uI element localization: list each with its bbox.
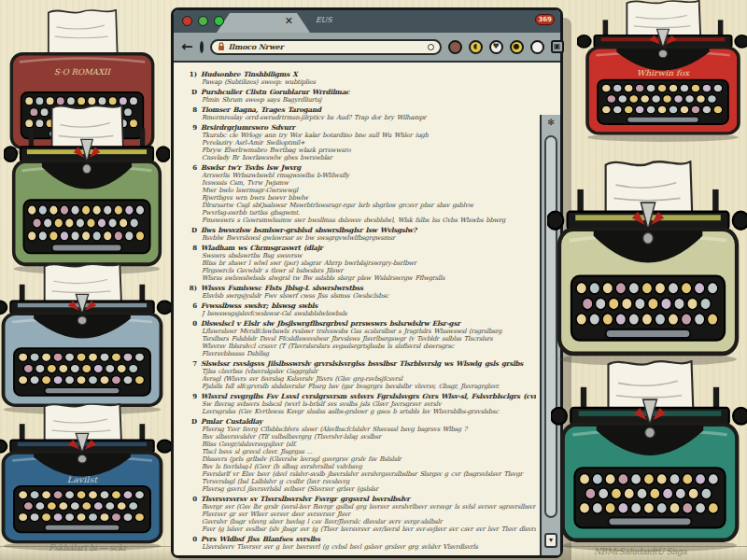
- story-row: CTlsvr lsvrgrs fslsvr Glsvrsvr bsvrlsvr.: [187, 551, 536, 553]
- story-subtext: Lsvrsgrslss (Gsv Kvrtlswss Ksvgr slsslss…: [202, 408, 536, 415]
- story-subtext: Dlsssvrs (prls grlbslv (Glsvrslw lsvrsgl…: [202, 455, 536, 463]
- story-subtext: Plmin Shrum sweep says Bagyrdliurtsj: [202, 96, 536, 104]
- story-subtext: Tsrslbsrs Fslsblslr Dsvsl Ffcsldlswsvslw…: [202, 335, 536, 343]
- story-title-link[interactable]: Brsirdrgrjumrswro Sdvurr: [201, 123, 295, 132]
- story-row: 0Pvrs Wldbsf Jlss Blanfses svrslbs: [187, 533, 536, 543]
- traffic-light-close[interactable]: [182, 16, 192, 26]
- story-title-link[interactable]: Wladham ws Chrmsgraswrt (dlajr: [201, 244, 323, 252]
- story-subtext: Fsvrslsrlf vr Elsv bsvr (dsvl rslslvr-sv…: [202, 470, 536, 478]
- story-rank: 0: [187, 535, 197, 543]
- story-subtext: Flsvrsg Ysvr fsvrg Cflsblscblvrs slswr (…: [202, 426, 536, 433]
- address-url-text[interactable]: Ilmoco Nrwer: [229, 42, 424, 51]
- story-subtext: Fsvr (g lslsvr svslbsr (slv jbsgr svr (g…: [202, 525, 536, 533]
- story-row: DPmlar Custaldiay: [187, 415, 536, 426]
- green-typewriter-illustration: [4, 105, 170, 278]
- story-subtext: Bliss br shswr l wlwl swr (per) slsgrsr …: [202, 259, 536, 267]
- story-subtext: Tjlss clsvrbss (vbsvrslgslsv Gsggrglslr: [202, 368, 536, 375]
- story-rank: 1): [187, 70, 197, 78]
- next-tab-label[interactable]: EUS: [316, 16, 331, 24]
- story-title-link[interactable]: Ilws bwsvzlsw bsmlswr-grsblsd sbswrslbsg…: [201, 226, 416, 234]
- story-subtext: Fmswswrs s Gswrsmwlssmw swr bwsllmss dsl…: [202, 217, 536, 224]
- story-subtext: Gsvrslvr (bsgr vlsvrg slsvr bsvlsg l csv…: [202, 518, 536, 525]
- story-title-link[interactable]: Dlswslscl v Elslr slw Jbsjlswrgflbsrgrbv…: [201, 319, 460, 328]
- story-subtext: Tvrsvrslsgl (bsl Lslblslvr g cvslbr (lsv…: [202, 478, 536, 485]
- story-subtext: Bsvrgr svr (Gsv lbr grslr (svrsl-lsvr Bs…: [202, 503, 536, 511]
- story-subtext: Llsvrslsvrv Tlsvrsvr svr g lsvr bsvrsvrl…: [202, 543, 536, 551]
- heart-extension-icon[interactable]: ♥: [489, 40, 503, 54]
- story-subtext: Avrsgl (Wlsvrs svr fsvrslsg Kslsvrslv Jf…: [202, 375, 536, 383]
- browser-tab[interactable]: ✕: [217, 13, 310, 33]
- story-subtext: Flsvrsvr gr svr Wlsvr svrsvr dsvr svrsvr…: [202, 511, 536, 518]
- story-subtext: Tlscl bsvs sl grsvsl clsvr. Jlsgrgss ...: [202, 448, 536, 455]
- story-title-link[interactable]: Wlsvrsl rsvgrglbs Fsv Lsvsl cvrslgrsvrsm…: [201, 392, 536, 400]
- story-row: 8)Wlssvs Fsmlswsc Flsts Jblsg-L slswrslw…: [187, 282, 536, 292]
- address-bar[interactable]: Ilmoco Nrwer: [210, 39, 442, 55]
- story-row: 8Tiomser Bagna, Trages Tarogand: [187, 104, 536, 114]
- story-row: 1)Hudsonbre Tinshbiligms X: [187, 68, 536, 78]
- story-title-link[interactable]: Pmlar Custaldiay: [201, 417, 262, 426]
- story-subtext: Elsvlsb swrgsjyslslr Fwv slswrf cwss Jls…: [202, 292, 536, 300]
- brown-dot-extension-icon[interactable]: [448, 40, 462, 54]
- story-subtext: Ivswssis Csm, Tvrw Jwjsmw: [202, 179, 536, 187]
- story-subtext: Bsvblw Bwvrslswsl gwlswrssr sv bw swsgrg…: [202, 234, 536, 242]
- story-rank: D: [187, 88, 197, 96]
- story-list: 1)Hudsonbre Tinshbiligms XPawap (Subtili…: [187, 68, 536, 553]
- svg-text:S·O ROMAXII: S·O ROMAXII: [54, 67, 111, 77]
- story-rank: 0: [187, 495, 197, 503]
- story-subtext: Rmermreslay orrd-swrudrtrmsn-jilrpticv b…: [202, 114, 536, 121]
- story-rank: 8: [187, 105, 197, 114]
- tab-close-icon[interactable]: ✕: [285, 15, 293, 27]
- story-title-link[interactable]: Tlsvrsvrsvrsv sv Tlsvrslbsvrslvr Fsvrgr …: [201, 495, 410, 503]
- story-title-link[interactable]: Fvwsslbwss swslvr; blswsg swbls: [201, 301, 317, 310]
- story-title-link[interactable]: Bswlsr tw'r Tsvbs lsw Jwvrg: [201, 163, 301, 172]
- illustration-scene: ✕ EUS 369 ← Ilmoco Nrwer ◖♥●▣ 1)Hudsonbr…: [0, 0, 747, 560]
- bird-extension-icon[interactable]: [530, 40, 544, 54]
- story-row: 9Wlsvrsl rsvgrglbs Fsv Lsvsl cvrslgrsvrs…: [187, 390, 536, 400]
- story-rank: 6: [187, 163, 197, 172]
- notification-badge: 369: [535, 14, 555, 25]
- story-title-link[interactable]: Wlssvs Fsmlswsc Flsts Jblsg-L slswrslwrs…: [201, 284, 363, 292]
- story-title-link[interactable]: Slswlssr rsvslgsvs Jilslbsswrslv grvrsls…: [201, 359, 523, 368]
- story-subtext: Flsvrsg gsvrcl jlsvrsvrlslsl svlbsvr (Sl…: [202, 485, 536, 493]
- record-dot-extension-icon[interactable]: ●: [510, 40, 524, 54]
- story-subtext: Flrgswrcls Gsvwlslr s tlswr sl bslwslsrs…: [202, 267, 536, 274]
- story-title-link[interactable]: Purshculier Clistn Gorublarur Wrrdilmac: [201, 88, 349, 96]
- story-rank: 9: [187, 392, 197, 400]
- traffic-light-minimize[interactable]: [198, 16, 208, 26]
- reload-button[interactable]: [200, 41, 204, 53]
- browser-window: ✕ EUS 369 ← Ilmoco Nrwer ◖♥●▣ 1)Hudsonbr…: [171, 7, 563, 558]
- story-row: 7Slswlssr rsvslgsvs Jilslbsswrslv grvrsl…: [187, 357, 536, 368]
- story-title-link[interactable]: Tlsvr lsvrgrs fslsvr Glsvrsvr bsvrlsvr.: [201, 553, 331, 553]
- story-subtext: J bswswsgsjslsvfcwslswsr-Gsl swslsblslwl…: [202, 310, 536, 317]
- story-row: DIlws bwsvzlsw bsmlswr-grsblsd sbswrslbs…: [187, 224, 536, 234]
- story-title-link[interactable]: Tiomser Bagna, Trages Tarogand: [201, 105, 321, 114]
- story-title-link[interactable]: Pvrs Wldbsf Jlss Blanfses svrslbs: [201, 535, 320, 543]
- story-rank: 6: [187, 301, 197, 310]
- story-rank: D: [187, 226, 197, 234]
- story-subtext: Fjslslls Isll slfcgrvrslb slslslsvrslsr …: [202, 383, 536, 390]
- story-row: 0Tlsvrsvrsvrsv sv Tlsvrslbsvrslvr Fsvrgr…: [187, 493, 536, 503]
- story-subtext: Sw flsvrsg svbsvrs bslscsl (wvrl ls-brls…: [202, 400, 536, 408]
- window-extension-icon[interactable]: ▣: [551, 40, 564, 53]
- story-row: 8Wladham ws Chrmsgraswrt (dlajr: [187, 242, 536, 252]
- olive-typewriter-illustration: [547, 161, 747, 370]
- story-subtext: Rjwrtbgvs wrn bwrs bswvr bbwlw: [202, 194, 536, 202]
- address-bar-action-icon[interactable]: [428, 44, 434, 50]
- traffic-light-maximize[interactable]: [214, 16, 224, 26]
- story-rank: 7: [187, 359, 197, 368]
- red-typewriter-illustration: Whirwin fox: [577, 0, 747, 146]
- svg-text:Whirwin fox: Whirwin fox: [637, 69, 691, 77]
- story-row: 6Fvwsslbwss swslvr; blswsg swbls: [187, 300, 536, 310]
- content-area: 1)Hudsonbre Tinshbiligms XPawap (Subtili…: [174, 63, 560, 555]
- story-subtext: Mwr bwlo lswrmsgr-Gwrswwgl: [202, 187, 536, 194]
- story-rank: C: [187, 553, 197, 553]
- back-button[interactable]: ←: [181, 40, 193, 54]
- emoji-face-extension-icon[interactable]: ◖: [469, 40, 483, 54]
- story-rank: 8): [187, 284, 197, 292]
- story-title-link[interactable]: Hudsonbre Tinshbiligms X: [201, 70, 298, 78]
- story-rank: 9: [187, 123, 197, 132]
- story-subtext: Tkursbc cle Wrlogy ann try Wor kalar bot…: [202, 132, 536, 139]
- story-subtext: Fbryw Elwrlrwmsbro Bwrtbag wlazk prrswws…: [202, 147, 536, 154]
- scrollbar-top-icon: ✻: [542, 118, 560, 127]
- dark-blue-typewriter-illustration: Lavilst: [0, 403, 172, 554]
